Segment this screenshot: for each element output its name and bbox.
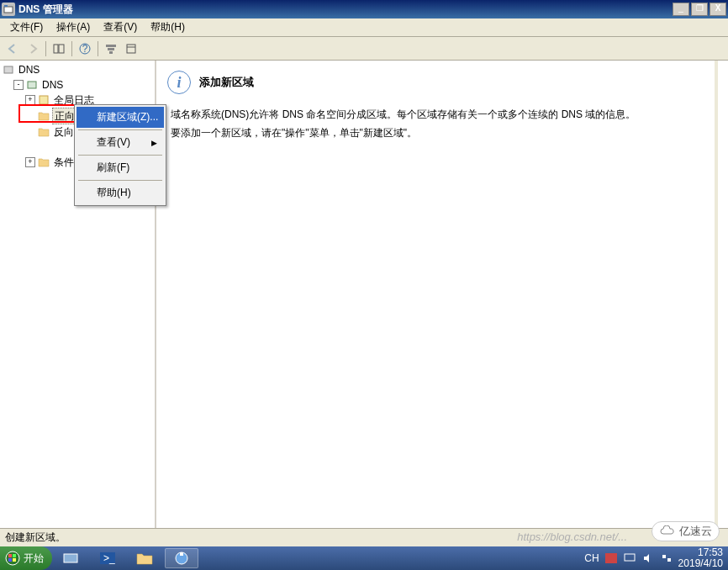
help-button[interactable]: ? xyxy=(76,40,94,58)
close-button[interactable]: X xyxy=(710,3,726,16)
svg-rect-7 xyxy=(108,48,114,50)
tray-date: 2019/4/10 xyxy=(678,558,723,569)
svg-rect-1 xyxy=(4,5,8,7)
svg-rect-24 xyxy=(605,553,617,563)
menubar: 文件(F) 操作(A) 查看(V) 帮助(H) xyxy=(0,18,728,37)
folder-icon xyxy=(37,156,50,168)
statusbar: 创建新区域。 xyxy=(0,528,728,546)
system-tray: CH 17:53 2019/4/10 xyxy=(579,547,728,569)
minimize-button[interactable]: _ xyxy=(673,3,689,16)
submenu-arrow-icon: ▶ xyxy=(151,139,157,147)
menu-action[interactable]: 操作(A) xyxy=(50,18,97,36)
svg-rect-11 xyxy=(4,66,13,73)
svg-rect-8 xyxy=(109,51,113,54)
tray-clock[interactable]: 17:53 2019/4/10 xyxy=(678,547,723,569)
ctx-separator xyxy=(78,180,162,181)
svg-rect-16 xyxy=(13,554,16,557)
content-pane: i 添加新区域 域名称系统(DNS)允许将 DNS 命名空间分成区域。每个区域存… xyxy=(156,61,728,528)
taskbar-item-powershell[interactable]: >_ xyxy=(91,548,124,568)
ctx-separator xyxy=(78,155,162,156)
svg-rect-9 xyxy=(127,45,135,53)
menu-view[interactable]: 查看(V) xyxy=(97,18,144,36)
tray-network-icon[interactable] xyxy=(660,552,673,565)
context-menu: 新建区域(Z)... 查看(V)▶ 刷新(F) 帮助(H) xyxy=(74,104,166,206)
taskbar-item-explorer[interactable] xyxy=(128,548,161,568)
start-label: 开始 xyxy=(24,552,44,566)
svg-rect-12 xyxy=(28,82,36,88)
titlebar: DNS 管理器 _ ❐ X xyxy=(0,0,728,18)
status-text: 创建新区域。 xyxy=(5,530,66,545)
ctx-view[interactable]: 查看(V)▶ xyxy=(76,132,164,153)
taskbar-item-dns-manager[interactable] xyxy=(165,548,198,568)
toolbar: ? xyxy=(0,37,728,61)
server-icon xyxy=(25,79,39,91)
svg-text:?: ? xyxy=(82,43,88,55)
menu-file[interactable]: 文件(F) xyxy=(3,18,50,36)
menu-help[interactable]: 帮助(H) xyxy=(144,18,192,36)
ctx-help[interactable]: 帮助(H) xyxy=(76,182,164,203)
taskbar-item-server-manager[interactable] xyxy=(54,548,87,568)
tree-server-label: DNS xyxy=(40,77,65,92)
tree-reverse-label: 反向 xyxy=(52,124,76,140)
svg-rect-17 xyxy=(8,558,12,562)
ctx-view-label: 查看(V) xyxy=(97,136,130,148)
taskbar: 开始 >_ CH 17:53 2019/4/10 xyxy=(0,546,728,570)
tree-root-dns[interactable]: DNS xyxy=(2,62,153,77)
svg-rect-2 xyxy=(54,45,58,53)
dns-root-icon xyxy=(2,64,15,76)
window-title: DNS 管理器 xyxy=(18,3,673,17)
tray-flag-icon[interactable] xyxy=(604,552,618,565)
folder-icon xyxy=(37,126,50,138)
svg-rect-15 xyxy=(8,554,12,557)
info-icon: i xyxy=(167,71,191,94)
svg-rect-19 xyxy=(64,554,77,562)
forward-button xyxy=(24,40,42,58)
svg-rect-27 xyxy=(667,558,671,562)
toolbar-separator xyxy=(71,41,72,56)
ctx-separator xyxy=(78,129,162,130)
back-button xyxy=(3,40,22,58)
content-paragraph-1: 域名称系统(DNS)允许将 DNS 命名空间分成区域。每个区域存储有关一个或多个… xyxy=(171,106,715,124)
toolbar-separator xyxy=(98,41,98,56)
log-icon xyxy=(37,94,50,106)
scrollbar-track[interactable] xyxy=(715,61,718,528)
tray-action-center-icon[interactable] xyxy=(623,552,636,565)
svg-rect-26 xyxy=(662,555,666,558)
svg-rect-3 xyxy=(59,45,64,53)
tree-server-dns[interactable]: - DNS xyxy=(13,77,153,92)
options-button[interactable] xyxy=(122,40,140,58)
svg-rect-18 xyxy=(13,558,16,562)
tree-expand-icon[interactable]: + xyxy=(25,95,35,105)
toolbar-separator xyxy=(45,41,46,56)
content-heading: 添加新区域 xyxy=(199,75,254,90)
content-paragraph-2: 要添加一个新区域，请在"操作"菜单，单击"新建区域"。 xyxy=(171,124,715,143)
windows-logo-icon xyxy=(5,551,20,566)
folder-icon xyxy=(37,110,50,122)
show-hide-tree-button[interactable] xyxy=(50,40,68,58)
svg-rect-25 xyxy=(625,554,635,561)
tree-expand-icon[interactable]: + xyxy=(25,157,35,167)
app-icon xyxy=(2,3,15,16)
svg-rect-0 xyxy=(4,7,13,13)
filter-button[interactable] xyxy=(102,40,120,58)
svg-rect-6 xyxy=(106,45,116,47)
ctx-refresh[interactable]: 刷新(F) xyxy=(76,157,164,178)
maximize-button[interactable]: ❐ xyxy=(691,3,708,16)
content-body: 域名称系统(DNS)允许将 DNS 命名空间分成区域。每个区域存储有关一个或多个… xyxy=(167,101,718,147)
svg-rect-23 xyxy=(180,552,183,556)
start-button[interactable]: 开始 xyxy=(0,546,52,570)
tree-root-label: DNS xyxy=(17,62,41,77)
ctx-new-zone[interactable]: 新建区域(Z)... xyxy=(76,107,164,128)
svg-text:>_: >_ xyxy=(103,552,115,564)
svg-rect-13 xyxy=(40,96,48,104)
tree-collapse-icon[interactable]: - xyxy=(13,80,24,90)
tray-volume-icon[interactable] xyxy=(641,552,655,565)
lang-indicator[interactable]: CH xyxy=(584,552,599,564)
